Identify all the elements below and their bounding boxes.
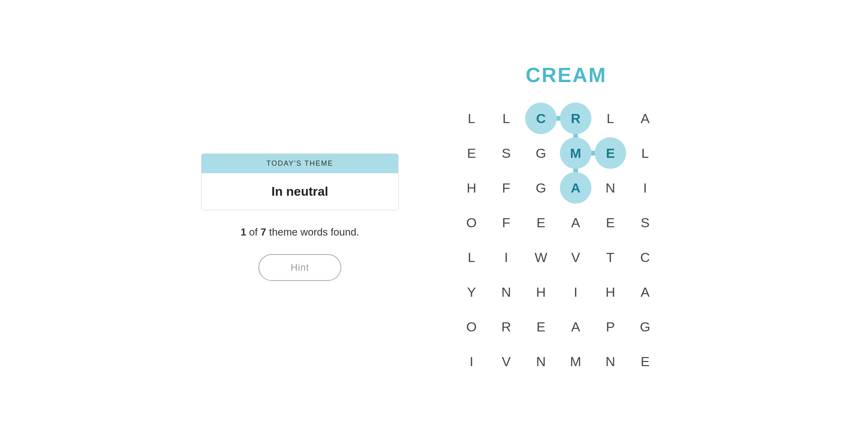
theme-header: TODAY'S THEME (202, 154, 398, 173)
grid-cell[interactable]: H (525, 276, 557, 308)
grid-cell[interactable]: S (490, 137, 522, 169)
left-panel: TODAY'S THEME In neutral 1 of 7 theme wo… (191, 153, 408, 281)
grid-cell[interactable]: E (525, 207, 557, 238)
puzzle-title: CREAM (526, 63, 607, 87)
theme-value: In neutral (202, 173, 398, 210)
grid-cell[interactable]: E (595, 207, 626, 238)
grid-cell[interactable]: C (629, 241, 661, 273)
found-number: 1 (241, 226, 246, 238)
grid-cell[interactable]: A (560, 311, 591, 342)
grid-cell[interactable]: L (595, 103, 626, 134)
grid-cell[interactable]: E (629, 346, 661, 377)
grid-cell[interactable]: P (595, 311, 626, 342)
grid-wrapper: LLCRLAESGMELHFGANIOFEAESLIWVTCYNHIHAOREA… (456, 103, 677, 371)
grid-cell[interactable]: M (560, 346, 591, 377)
grid-cell[interactable]: V (490, 346, 522, 377)
grid-cell[interactable]: E (456, 137, 487, 169)
letter-grid: LLCRLAESGMELHFGANIOFEAESLIWVTCYNHIHAOREA… (456, 103, 661, 377)
total-number: 7 (260, 226, 266, 238)
grid-cell[interactable]: W (525, 241, 557, 273)
grid-cell[interactable]: I (456, 346, 487, 377)
grid-cell[interactable]: A (560, 207, 591, 238)
right-panel: CREAM LLCRLAESGMELHFGANIOFEAESLIWVTCYNHI… (456, 63, 677, 371)
grid-cell[interactable]: M (560, 137, 591, 169)
grid-cell[interactable]: F (490, 207, 522, 238)
grid-cell[interactable]: L (456, 241, 487, 273)
grid-cell[interactable]: C (525, 103, 557, 134)
grid-cell[interactable]: G (629, 311, 661, 342)
grid-cell[interactable]: O (456, 311, 487, 342)
grid-cell[interactable]: E (595, 137, 626, 169)
grid-cell[interactable]: E (525, 311, 557, 342)
grid-cell[interactable]: G (525, 172, 557, 204)
grid-cell[interactable]: R (490, 311, 522, 342)
grid-cell[interactable]: A (629, 276, 661, 308)
theme-box: TODAY'S THEME In neutral (201, 153, 398, 210)
grid-cell[interactable]: H (456, 172, 487, 204)
grid-cell[interactable]: A (629, 103, 661, 134)
grid-cell[interactable]: N (525, 346, 557, 377)
grid-cell[interactable]: F (490, 172, 522, 204)
grid-cell[interactable]: I (629, 172, 661, 204)
grid-cell[interactable]: N (595, 346, 626, 377)
grid-cell[interactable]: T (595, 241, 626, 273)
app-container: TODAY'S THEME In neutral 1 of 7 theme wo… (0, 0, 868, 434)
grid-cell[interactable]: L (456, 103, 487, 134)
grid-cell[interactable]: S (629, 207, 661, 238)
grid-cell[interactable]: I (560, 276, 591, 308)
grid-cell[interactable]: O (456, 207, 487, 238)
grid-cell[interactable]: H (595, 276, 626, 308)
found-count: 1 of 7 theme words found. (241, 226, 359, 238)
grid-cell[interactable]: N (490, 276, 522, 308)
grid-cell[interactable]: G (525, 137, 557, 169)
grid-cell[interactable]: R (560, 103, 591, 134)
hint-button[interactable]: Hint (258, 254, 342, 281)
grid-cell[interactable]: Y (456, 276, 487, 308)
found-suffix: theme words found. (269, 226, 359, 238)
grid-cell[interactable]: A (560, 172, 591, 204)
grid-cell[interactable]: N (595, 172, 626, 204)
grid-cell[interactable]: V (560, 241, 591, 273)
grid-cell[interactable]: L (629, 137, 661, 169)
grid-cell[interactable]: L (490, 103, 522, 134)
grid-cell[interactable]: I (490, 241, 522, 273)
